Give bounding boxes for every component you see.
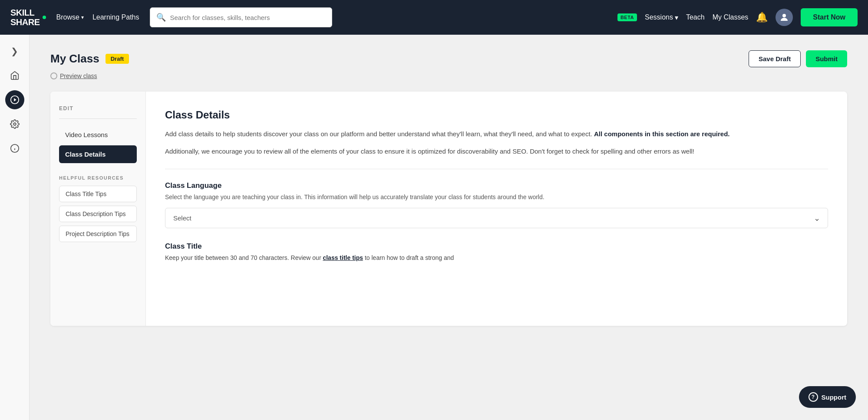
icon-sidebar: ❯ — [0, 35, 30, 420]
notification-bell-icon[interactable]: 🔔 — [756, 12, 768, 23]
my-classes-link[interactable]: My Classes — [713, 13, 749, 21]
search-input[interactable] — [170, 14, 326, 21]
resources-label: HELPFUL RESOURCES — [59, 175, 137, 180]
play-icon[interactable] — [5, 90, 24, 109]
svg-point-3 — [13, 123, 16, 125]
section-desc-part1: Add class details to help students disco… — [165, 130, 594, 138]
preview-circle-icon — [50, 72, 57, 79]
resource-class-title-tips[interactable]: Class Title Tips — [59, 186, 137, 202]
gear-icon[interactable] — [5, 115, 24, 134]
resource-class-description-tips[interactable]: Class Description Tips — [59, 206, 137, 222]
class-title-field-label: Class Title — [165, 242, 828, 251]
left-panel: EDIT Video Lessons Class Details HELPFUL… — [50, 92, 146, 326]
class-title-tips-link[interactable]: class title tips — [323, 254, 363, 261]
language-field-label: Class Language — [165, 181, 828, 190]
svg-marker-2 — [14, 98, 17, 101]
logo-line1: SKILL — [10, 8, 40, 17]
page-header: My Class Draft Save Draft Submit — [50, 50, 847, 67]
info-icon[interactable] — [5, 139, 24, 158]
language-select[interactable]: Select English Spanish French German Por… — [165, 208, 828, 228]
learning-paths-label: Learning Paths — [92, 13, 139, 21]
section-description: Add class details to help students disco… — [165, 129, 828, 139]
right-panel: Class Details Add class details to help … — [146, 92, 847, 326]
sessions-link[interactable]: Sessions ▾ — [645, 13, 678, 22]
browse-chevron: ▾ — [81, 14, 84, 20]
class-title-desc: Keep your title between 30 and 70 charac… — [165, 253, 828, 262]
search-icon: 🔍 — [156, 13, 166, 22]
header-actions: Save Draft Submit — [749, 50, 847, 67]
sessions-chevron: ▾ — [675, 13, 678, 22]
svg-point-0 — [782, 14, 786, 17]
avatar[interactable] — [776, 9, 793, 26]
learning-paths-link[interactable]: Learning Paths — [92, 13, 139, 21]
section-desc-bold: All components in this section are requi… — [594, 130, 730, 138]
page-title: My Class — [50, 52, 99, 66]
beta-badge: BETA — [617, 13, 637, 21]
page-title-row: My Class Draft — [50, 52, 129, 66]
expand-icon[interactable]: ❯ — [5, 42, 24, 61]
submit-button[interactable]: Submit — [806, 50, 847, 67]
support-icon: ? — [809, 392, 818, 402]
section-title: Class Details — [165, 109, 828, 121]
preview-class-link[interactable]: Preview class — [50, 72, 847, 79]
logo-dot — [43, 16, 46, 19]
browse-label: Browse — [56, 13, 79, 21]
sessions-label: Sessions — [645, 13, 673, 21]
menu-item-class-details[interactable]: Class Details — [59, 145, 137, 163]
navbar: SKILL SHaRe Browse ▾ Learning Paths 🔍 BE… — [0, 0, 868, 35]
home-icon[interactable] — [5, 66, 24, 85]
search-bar[interactable]: 🔍 — [150, 7, 332, 27]
logo[interactable]: SKILL SHaRe — [10, 8, 46, 27]
title-desc-part1: Keep your title between 30 and 70 charac… — [165, 254, 323, 261]
content-divider — [165, 169, 828, 169]
teach-link[interactable]: Teach — [686, 13, 705, 21]
preview-class-label: Preview class — [60, 72, 97, 79]
draft-badge: Draft — [106, 54, 129, 64]
language-select-wrapper: Select English Spanish French German Por… — [165, 208, 828, 228]
class-title-section: Keep your title between 30 and 70 charac… — [165, 253, 828, 262]
section-desc2: Additionally, we encourage you to review… — [165, 146, 828, 157]
nav-links: Browse ▾ Learning Paths — [56, 13, 139, 21]
nav-right: BETA Sessions ▾ Teach My Classes 🔔 Start… — [617, 8, 858, 26]
save-draft-button[interactable]: Save Draft — [749, 50, 801, 67]
title-desc-part2: to learn how to draft a strong and — [363, 254, 454, 261]
menu-item-video-lessons[interactable]: Video Lessons — [59, 126, 137, 144]
content-panel: EDIT Video Lessons Class Details HELPFUL… — [50, 92, 847, 326]
support-label: Support — [822, 394, 847, 401]
browse-link[interactable]: Browse ▾ — [56, 13, 84, 21]
main-content: My Class Draft Save Draft Submit Preview… — [30, 35, 868, 420]
left-divider — [59, 118, 137, 119]
edit-label: EDIT — [59, 105, 137, 112]
avatar-icon — [779, 12, 789, 23]
language-field-desc: Select the language you are teaching you… — [165, 193, 828, 202]
resource-project-description-tips[interactable]: Project Description Tips — [59, 226, 137, 242]
start-now-button[interactable]: Start Now — [801, 8, 858, 26]
support-button[interactable]: ? Support — [799, 386, 856, 408]
logo-line2: SHaRe — [10, 17, 40, 27]
